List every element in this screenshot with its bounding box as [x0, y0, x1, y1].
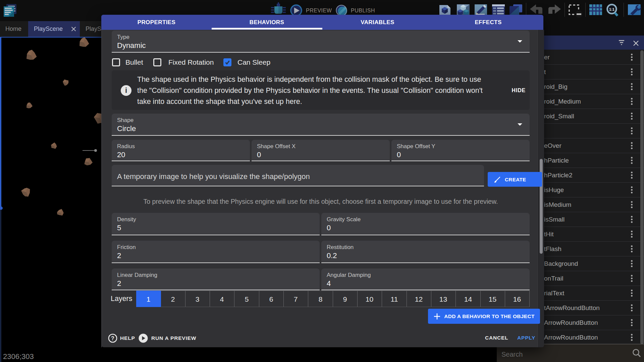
svg-text:1:1: 1:1: [609, 7, 614, 11]
svg-text:?: ?: [111, 336, 114, 341]
